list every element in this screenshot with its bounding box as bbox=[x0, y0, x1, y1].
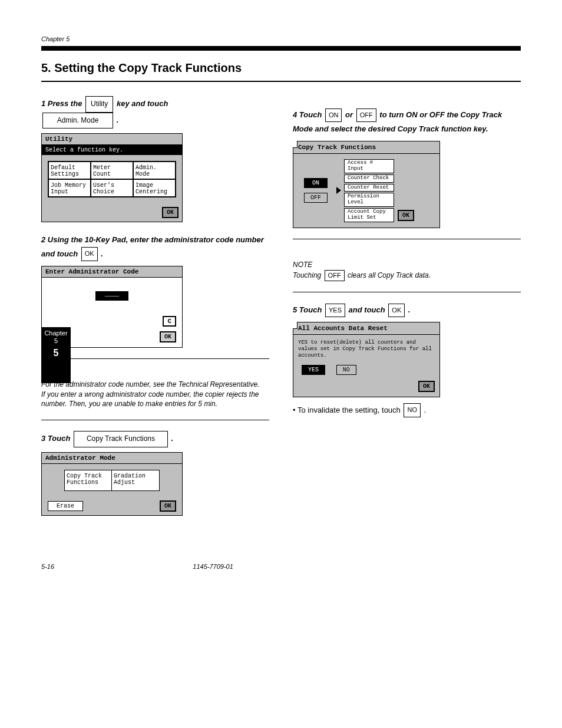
yes-key[interactable]: YES bbox=[325, 304, 345, 318]
yes-button[interactable]: YES bbox=[302, 365, 325, 375]
fn-image-centering[interactable]: Image Centering bbox=[133, 179, 176, 197]
admin-mode-panel: Administrator Mode Copy Track Functions … bbox=[41, 452, 183, 516]
fn-copy-track[interactable]: Copy Track Functions bbox=[65, 470, 112, 490]
on-toggle[interactable]: ON bbox=[304, 178, 328, 188]
opt-counter-check[interactable]: Counter Check bbox=[344, 174, 394, 183]
panel-instruction: Select a function key. bbox=[42, 145, 182, 155]
separator bbox=[41, 420, 269, 420]
opt-account-copy-limit[interactable]: Account Copy Limit Set bbox=[344, 208, 394, 222]
no-button[interactable]: NO bbox=[336, 365, 356, 375]
admin-code-input[interactable]: ____ bbox=[95, 291, 128, 301]
panel-title: Administrator Mode bbox=[42, 453, 182, 464]
step-3: 3 Touch Copy Track Functions . bbox=[41, 431, 269, 447]
step-5b: • To invalidate the setting, touch NO . bbox=[293, 403, 521, 417]
ok-button[interactable]: OK bbox=[160, 500, 176, 512]
no-key[interactable]: NO bbox=[404, 403, 421, 417]
ok-button[interactable]: OK bbox=[398, 210, 414, 221]
separator bbox=[293, 239, 521, 239]
copy-track-panel: Copy Track Functions ON OFF Access # Inp… bbox=[293, 141, 440, 228]
separator bbox=[41, 358, 269, 359]
ok-key[interactable]: OK bbox=[388, 304, 405, 318]
reset-body: YES to reset(delete) all counters and va… bbox=[298, 340, 435, 358]
arrow-right-icon bbox=[336, 187, 341, 194]
fn-users-choice[interactable]: User's Choice bbox=[91, 179, 133, 197]
footer: 5-16 1145-7709-01 bbox=[41, 563, 521, 570]
separator bbox=[293, 292, 521, 292]
admin-mode-key[interactable]: Admin. Mode bbox=[42, 113, 113, 129]
ok-button[interactable]: OK bbox=[418, 381, 435, 392]
opt-access-input[interactable]: Access # Input bbox=[344, 159, 394, 173]
panel-title: All Accounts Data Reset bbox=[293, 322, 439, 335]
panel-title: Copy Track Functions bbox=[293, 141, 439, 154]
tab-corner bbox=[293, 141, 297, 148]
off-key-inline: OFF bbox=[325, 270, 345, 281]
clear-button[interactable]: C bbox=[163, 316, 176, 327]
ok-key[interactable]: OK bbox=[81, 247, 98, 261]
on-key[interactable]: ON bbox=[325, 108, 342, 123]
fn-gradation-adjust[interactable]: Gradation Adjust bbox=[112, 470, 159, 490]
off-key[interactable]: OFF bbox=[356, 108, 376, 123]
tab-corner bbox=[293, 322, 297, 329]
utility-key[interactable]: Utility bbox=[85, 96, 113, 113]
step-5: 5 Touch YES and touch OK . bbox=[293, 303, 521, 317]
opt-permission-level[interactable]: Permission Level bbox=[344, 193, 394, 207]
rule-thin bbox=[41, 81, 521, 82]
fn-job-memory-input[interactable]: Job Memory Input bbox=[48, 179, 91, 197]
panel-title: Enter Administrator Code bbox=[42, 266, 182, 278]
doc-id: 1145-7709-01 bbox=[193, 563, 233, 570]
fn-meter-count[interactable]: Meter Count bbox=[91, 162, 133, 179]
side-tab: Chapter 5 5 bbox=[41, 327, 71, 383]
rule-thick bbox=[41, 46, 521, 51]
section-title: 5. Setting the Copy Track Functions bbox=[41, 61, 521, 75]
page-number: 5-16 bbox=[41, 563, 54, 570]
copy-track-functions-key[interactable]: Copy Track Functions bbox=[74, 431, 168, 447]
step-4: 4 Touch ON or OFF to turn ON or OFF the … bbox=[293, 108, 521, 136]
fn-default-settings[interactable]: Default Settings bbox=[48, 162, 91, 179]
off-toggle[interactable]: OFF bbox=[304, 193, 328, 203]
reset-panel: All Accounts Data Reset YES to reset(del… bbox=[293, 322, 440, 397]
chapter-header: Chapter 5 bbox=[41, 35, 521, 42]
panel-title: Utility bbox=[42, 134, 182, 145]
note-off-clears: NOTE Touching OFF clears all Copy Track … bbox=[293, 250, 521, 281]
ok-button[interactable]: OK bbox=[162, 207, 178, 218]
utility-panel: Utility Select a function key. Default S… bbox=[41, 133, 183, 222]
notes-block: NOTES For the administrator code number,… bbox=[41, 370, 269, 409]
fn-admin-mode[interactable]: Admin. Mode bbox=[133, 162, 176, 179]
ok-button[interactable]: OK bbox=[160, 331, 176, 342]
opt-counter-reset[interactable]: Counter Reset bbox=[344, 184, 394, 192]
step-1: 1 Press the Utility key and touch Admin.… bbox=[41, 96, 269, 129]
erase-button[interactable]: Erase bbox=[48, 501, 83, 511]
step-2: 2 Using the 10-Key Pad, enter the admini… bbox=[41, 233, 269, 261]
